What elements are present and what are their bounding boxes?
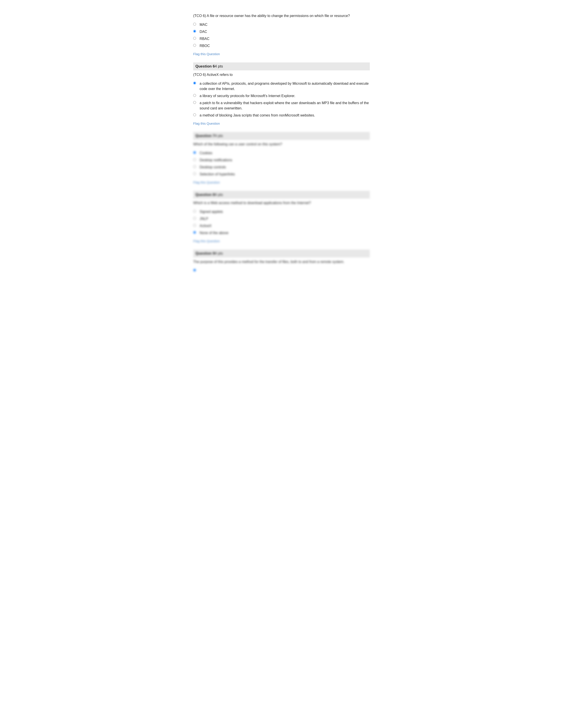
question-6-number: Question 6 [195, 64, 215, 68]
option-q6-c-radio[interactable] [193, 101, 196, 104]
option-q7-b-label: Desktop notifications [199, 158, 232, 163]
list-item: RBOC [193, 43, 370, 49]
list-item: DAC [193, 29, 370, 34]
list-item: None of the above [193, 230, 370, 236]
question-6-options: a collection of APIs, protocols, and pro… [193, 81, 370, 118]
option-q7-a-radio[interactable] [193, 151, 196, 154]
question-9-header: Question 94 pts [193, 250, 370, 257]
flag-question-7-link[interactable]: Flag this Question [193, 180, 220, 184]
question-8-header: Question 84 pts [193, 191, 370, 199]
question-7-pts: 4 pts [215, 134, 223, 138]
option-rboc-radio[interactable] [193, 44, 196, 47]
list-item: ActiveX [193, 223, 370, 229]
option-mac-radio[interactable] [193, 23, 196, 26]
list-item: Cookies [193, 150, 370, 156]
option-q6-d-label: a method of blocking Java scripts that c… [199, 113, 315, 118]
option-q6-d-radio[interactable] [193, 113, 196, 116]
question-7-block: Question 74 pts Which of the following c… [193, 132, 370, 186]
flag-question-5-link[interactable]: Flag this Question [193, 52, 220, 56]
option-q7-d-label: Selection of hyperlinks [199, 172, 235, 177]
option-q8-c-label: ActiveX [199, 223, 211, 229]
option-dac-label: DAC [199, 29, 207, 34]
option-q7-b-radio[interactable] [193, 158, 196, 161]
option-q9-a-radio[interactable] [193, 269, 196, 272]
question-9-block: Question 94 pts The purpose of this prov… [193, 250, 370, 273]
list-item: Desktop notifications [193, 158, 370, 163]
question-6-block: Question 64 pts (TCO 6) ActiveX refers t… [193, 62, 370, 127]
flag-question-8-link[interactable]: Flag this Question [193, 239, 220, 243]
question-5-options: MAC DAC RBAC RBOC [193, 22, 370, 49]
option-q6-b-label: a library of security protocols for Micr… [199, 93, 295, 99]
list-item: a library of security protocols for Micr… [193, 93, 370, 99]
list-item: Signed applets [193, 209, 370, 214]
list-item: Desktop controls [193, 165, 370, 170]
option-q7-a-label: Cookies [199, 150, 212, 156]
option-q6-a-label: a collection of APIs, protocols, and pro… [199, 81, 370, 92]
question-6-header: Question 64 pts [193, 62, 370, 70]
option-rboc-label: RBOC [199, 43, 210, 49]
question-7-header: Question 74 pts [193, 132, 370, 140]
question-8-options: Signed applets JNLP ActiveX None of the … [193, 209, 370, 236]
question-9-pts: 4 pts [215, 251, 223, 255]
question-5-text: (TCO 6) A file or resource owner has the… [193, 13, 370, 19]
option-rbac-radio[interactable] [193, 37, 196, 40]
list-item: RBAC [193, 36, 370, 41]
question-9-number: Question 9 [195, 251, 215, 255]
option-q8-d-label: None of the above [199, 230, 228, 236]
option-dac-radio[interactable] [193, 30, 196, 33]
question-6-text: (TCO 6) ActiveX refers to [193, 72, 370, 77]
option-q6-c-label: a patch to fix a vulnerability that hack… [199, 100, 370, 111]
list-item: MAC [193, 22, 370, 27]
question-7-number: Question 7 [195, 134, 215, 138]
question-8-number: Question 8 [195, 193, 215, 197]
flag-question-6-link[interactable]: Flag this Question [193, 122, 220, 125]
option-q7-c-radio[interactable] [193, 165, 196, 168]
option-q9-a-label [199, 268, 200, 273]
list-item: a method of blocking Java scripts that c… [193, 113, 370, 118]
question-7-text: Which of the following can a user contro… [193, 142, 370, 147]
list-item: JNLP [193, 216, 370, 221]
option-q8-b-label: JNLP [199, 216, 208, 221]
list-item: Selection of hyperlinks [193, 172, 370, 177]
question-8-text: Which is a Web access method to download… [193, 200, 370, 206]
option-q7-c-label: Desktop controls [199, 165, 226, 170]
list-item: a collection of APIs, protocols, and pro… [193, 81, 370, 92]
list-item [193, 268, 370, 273]
question-8-block: Question 84 pts Which is a Web access me… [193, 191, 370, 244]
option-q8-d-radio[interactable] [193, 231, 196, 234]
option-q6-b-radio[interactable] [193, 94, 196, 97]
option-rbac-label: RBAC [199, 36, 209, 41]
question-9-text: The purpose of this provides a method fo… [193, 259, 370, 265]
question-5-block: (TCO 6) A file or resource owner has the… [193, 13, 370, 57]
option-q8-a-radio[interactable] [193, 210, 196, 213]
question-7-options: Cookies Desktop notifications Desktop co… [193, 150, 370, 177]
option-q7-d-radio[interactable] [193, 172, 196, 175]
question-8-pts: 4 pts [215, 193, 223, 197]
question-6-pts: 4 pts [215, 64, 223, 68]
question-9-options [193, 268, 370, 273]
option-q6-a-radio[interactable] [193, 82, 196, 84]
option-q8-b-radio[interactable] [193, 217, 196, 220]
option-mac-label: MAC [199, 22, 207, 27]
option-q8-c-radio[interactable] [193, 224, 196, 227]
list-item: a patch to fix a vulnerability that hack… [193, 100, 370, 111]
option-q8-a-label: Signed applets [199, 209, 223, 214]
